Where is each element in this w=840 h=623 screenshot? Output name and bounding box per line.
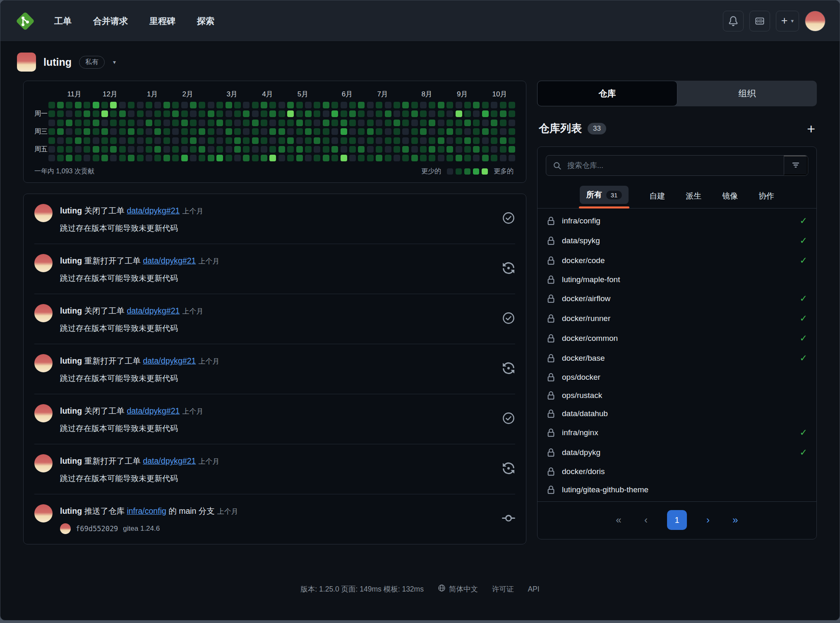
nav-item-0[interactable]: 工单: [54, 15, 72, 27]
repo-name[interactable]: docker/base: [562, 354, 605, 363]
avatar[interactable]: [34, 504, 53, 522]
avatar[interactable]: [34, 354, 53, 372]
avatar[interactable]: [34, 254, 53, 272]
feed-actor[interactable]: luting: [60, 256, 82, 265]
heatmap-cell: [287, 102, 294, 108]
sidebar-tab-organizations[interactable]: 组织: [677, 81, 817, 106]
feed-actor[interactable]: luting: [60, 456, 82, 465]
repo-name[interactable]: docker/code: [562, 256, 605, 265]
license-link[interactable]: 许可证: [492, 584, 514, 594]
next-page-button[interactable]: ›: [702, 514, 714, 526]
repo-name[interactable]: docker/common: [562, 334, 618, 343]
create-new-button[interactable]: + ▾: [776, 11, 799, 31]
heatmap-cell: [252, 110, 259, 117]
repo-name[interactable]: data/datahub: [562, 409, 608, 418]
feed-link[interactable]: data/dpykg#21: [143, 456, 196, 465]
filter-tab-3[interactable]: 镜像: [721, 191, 739, 208]
repo-name[interactable]: ops/rustack: [562, 391, 602, 400]
heatmap-cell: [226, 137, 232, 144]
repo-name[interactable]: docker/doris: [562, 467, 605, 476]
feed-link[interactable]: data/dpykg#21: [127, 306, 180, 315]
heatmap-cell: [261, 110, 267, 117]
notifications-button[interactable]: [723, 11, 744, 31]
check-icon: ✓: [800, 333, 807, 344]
top-navbar: 工单合并请求里程碑探索 + ▾: [0, 0, 840, 42]
nav-item-3[interactable]: 探索: [197, 15, 214, 27]
repo-name[interactable]: luting/maple-font: [562, 275, 620, 284]
avatar[interactable]: [34, 304, 53, 322]
feed-link[interactable]: data/dpykg#21: [127, 406, 180, 415]
sidebar-tab-repositories[interactable]: 仓库: [537, 81, 677, 106]
feed-time: 上个月: [198, 257, 219, 265]
repo-row[interactable]: infra/config✓: [538, 211, 816, 231]
repo-row[interactable]: docker/base✓: [538, 348, 816, 368]
nav-item-2[interactable]: 里程碑: [149, 15, 175, 27]
heatmap-cell: [411, 120, 418, 126]
profile-avatar[interactable]: [17, 53, 36, 72]
repo-row[interactable]: docker/common✓: [538, 328, 816, 348]
page-1-button[interactable]: 1: [667, 510, 687, 530]
filter-button[interactable]: [784, 156, 808, 175]
repo-row[interactable]: docker/doris: [538, 462, 816, 481]
repo-row[interactable]: docker/airflow✓: [538, 289, 816, 309]
repo-row[interactable]: ops/rustack: [538, 386, 816, 405]
repo-name[interactable]: docker/runner: [562, 314, 610, 323]
commit-hash[interactable]: f69d552029: [76, 525, 118, 533]
profile-username[interactable]: luting: [43, 56, 72, 68]
avatar[interactable]: [34, 204, 53, 222]
repo-row[interactable]: luting/maple-font: [538, 271, 816, 289]
feed-link[interactable]: data/dpykg#21: [143, 256, 196, 265]
repo-row[interactable]: docker/runner✓: [538, 309, 816, 328]
heatmap-cell: [110, 102, 117, 108]
heatmap-cell: [66, 155, 72, 161]
heatmap-cell: [243, 155, 250, 161]
repo-name[interactable]: luting/gitea-github-theme: [562, 485, 648, 494]
heatmap-cell: [456, 128, 462, 135]
feed-actor[interactable]: luting: [60, 306, 82, 315]
heatmap-cell: [93, 120, 99, 126]
feed-actor[interactable]: luting: [60, 506, 82, 515]
repo-row[interactable]: ops/docker: [538, 368, 816, 386]
chevron-down-icon[interactable]: ▾: [113, 59, 116, 65]
admin-panel-button[interactable]: [749, 11, 770, 31]
filter-tab-1[interactable]: 自建: [648, 191, 666, 208]
user-avatar[interactable]: [805, 11, 826, 31]
feed-link[interactable]: infra/config: [127, 506, 166, 515]
avatar[interactable]: [34, 454, 53, 472]
feed-actor[interactable]: luting: [60, 206, 82, 215]
heatmap-cell: [473, 137, 480, 144]
language-selector[interactable]: 简体中文: [438, 584, 478, 594]
heatmap-cell: [190, 128, 197, 135]
api-link[interactable]: API: [528, 585, 539, 594]
repo-name[interactable]: data/spykg: [562, 236, 600, 245]
repo-name[interactable]: docker/airflow: [562, 294, 610, 303]
avatar[interactable]: [34, 404, 53, 422]
repo-name[interactable]: infra/nginx: [562, 428, 598, 437]
repo-name[interactable]: infra/config: [562, 216, 600, 225]
heatmap-cell: [402, 120, 409, 126]
last-page-button[interactable]: »: [729, 514, 742, 526]
nav-item-1[interactable]: 合并请求: [93, 15, 128, 27]
repo-row[interactable]: data/spykg✓: [538, 231, 816, 251]
repo-row[interactable]: docker/code✓: [538, 251, 816, 271]
add-repo-button[interactable]: +: [807, 122, 815, 136]
repo-row[interactable]: data/dpykg✓: [538, 443, 816, 462]
feed-actor[interactable]: luting: [60, 356, 82, 365]
filter-tab-2[interactable]: 派生: [685, 191, 702, 208]
feed-link[interactable]: data/dpykg#21: [127, 206, 180, 215]
repo-row[interactable]: luting/gitea-github-theme: [538, 481, 816, 499]
repo-name[interactable]: ops/docker: [562, 373, 600, 382]
gitea-logo-icon[interactable]: [14, 10, 36, 32]
repo-search-input[interactable]: [567, 156, 784, 175]
feed-actor[interactable]: luting: [60, 406, 82, 415]
repo-row[interactable]: data/datahub: [538, 405, 816, 423]
repo-row[interactable]: infra/nginx✓: [538, 423, 816, 443]
heatmap-cell: [137, 110, 144, 117]
heatmap-cell: [429, 128, 435, 135]
filter-tab-4[interactable]: 协作: [758, 191, 775, 208]
heatmap-cell: [172, 128, 179, 135]
filter-tab-0[interactable]: 所有 31: [579, 186, 630, 208]
feed-link[interactable]: data/dpykg#21: [143, 356, 196, 365]
heatmap-cell: [269, 155, 276, 161]
repo-name[interactable]: data/dpykg: [562, 448, 600, 457]
